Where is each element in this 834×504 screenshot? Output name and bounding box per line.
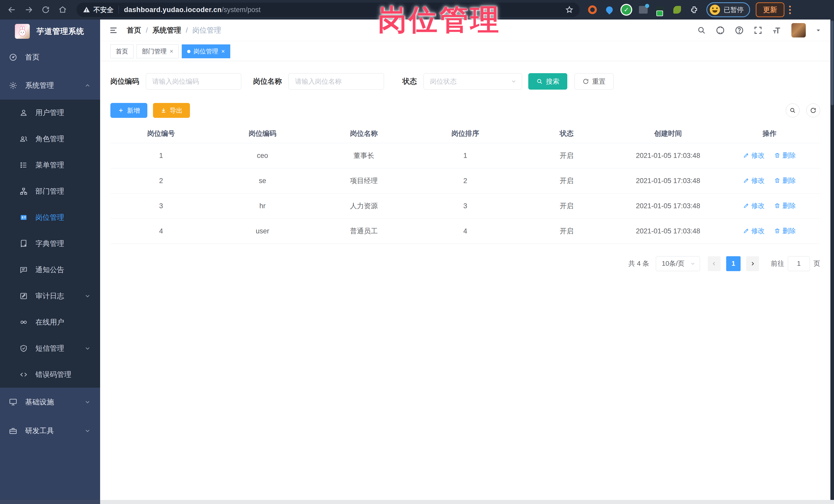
browser-menu-button[interactable] <box>789 6 791 14</box>
page-size-select[interactable]: 10条/页 <box>656 256 700 271</box>
breadcrumb-home[interactable]: 首页 <box>127 25 141 35</box>
trash-icon <box>774 202 780 209</box>
browser-home-button[interactable] <box>56 3 69 17</box>
delete-link[interactable]: 删除 <box>774 151 796 160</box>
github-link[interactable] <box>716 25 725 35</box>
browser-forward-button[interactable] <box>22 3 36 17</box>
delete-link[interactable]: 删除 <box>774 201 796 210</box>
post-code-input[interactable] <box>146 73 241 90</box>
org-tree-icon <box>20 187 28 195</box>
sidebar-item-notices[interactable]: 通知公告 <box>0 257 100 283</box>
sidebar-item-sms[interactable]: 短信管理 <box>0 335 100 361</box>
extension-button-3[interactable]: ✓ <box>621 5 632 15</box>
user-menu-button[interactable] <box>815 27 822 34</box>
cell-status: 开启 <box>516 143 617 168</box>
extension-button-1[interactable] <box>587 5 598 15</box>
extension-button-2[interactable] <box>604 5 615 15</box>
delete-label: 删除 <box>783 151 796 160</box>
sidebar-item-system[interactable]: 系统管理 <box>0 71 100 100</box>
goto-page-input[interactable] <box>788 256 810 271</box>
extension-button-4[interactable] <box>638 5 649 15</box>
profile-paused-badge[interactable]: 已暂停 <box>706 2 750 17</box>
sidebar-item-label: 角色管理 <box>36 134 64 144</box>
sidebar-item-audit-logs[interactable]: 审计日志 <box>0 283 100 309</box>
toggle-search-button[interactable] <box>786 104 799 117</box>
sidebar-item-label: 菜单管理 <box>36 160 64 170</box>
tab-departments[interactable]: 部门管理 × <box>136 44 179 58</box>
puzzle-icon <box>690 5 699 14</box>
browser-update-button[interactable]: 更新 <box>756 2 785 17</box>
cell-actions: 修改 删除 <box>719 143 820 168</box>
browser-back-button[interactable] <box>5 3 19 17</box>
breadcrumb-separator: / <box>186 26 188 35</box>
sidebar-item-online-users[interactable]: 在线用户 <box>0 309 100 335</box>
chevron-down-icon <box>84 293 91 299</box>
table-row: 1 ceo 董事长 1 开启 2021-01-05 17:03:48 修改 删除 <box>110 143 820 168</box>
status-select[interactable]: 岗位状态 <box>423 73 522 90</box>
help-button[interactable] <box>734 25 744 35</box>
hamburger-icon <box>109 26 118 35</box>
cell-post-code: user <box>212 219 313 244</box>
tab-home[interactable]: 首页 <box>110 44 133 58</box>
page-scrollbar[interactable] <box>830 20 834 504</box>
cell-post-name: 普通员工 <box>313 219 415 244</box>
font-size-button[interactable] <box>772 26 782 35</box>
collapse-sidebar-button[interactable] <box>109 26 118 35</box>
reset-button[interactable]: 重置 <box>574 73 614 90</box>
dashboard-icon <box>9 53 18 62</box>
sidebar-item-posts[interactable]: 岗位管理 <box>0 204 100 231</box>
extensions-menu-button[interactable] <box>689 5 699 15</box>
post-name-input[interactable] <box>288 73 384 90</box>
add-button[interactable]: 新增 <box>110 103 147 118</box>
sidebar-item-home[interactable]: 首页 <box>0 43 100 71</box>
sidebar-item-label: 字典管理 <box>36 239 64 248</box>
sidebar-item-menus[interactable]: 菜单管理 <box>0 152 100 178</box>
browser-reload-button[interactable] <box>39 3 52 17</box>
fullscreen-button[interactable] <box>753 26 763 35</box>
delete-link[interactable]: 删除 <box>774 226 796 236</box>
chevron-up-icon <box>84 82 91 89</box>
sidebar-item-error-codes[interactable]: 错误码管理 <box>0 361 100 388</box>
site-security[interactable]: 不安全 <box>83 5 113 14</box>
breadcrumb-system[interactable]: 系统管理 <box>152 25 181 35</box>
reset-button-label: 重置 <box>592 77 606 86</box>
extension-button-6[interactable] <box>672 5 682 15</box>
post-code-label: 岗位编码 <box>110 76 139 86</box>
dots-icon <box>789 6 791 7</box>
cell-post-sort: 1 <box>415 143 516 168</box>
edit-link[interactable]: 修改 <box>743 176 765 185</box>
scrollbar-thumb[interactable] <box>831 21 833 105</box>
edit-link[interactable]: 修改 <box>743 201 765 210</box>
user-avatar[interactable] <box>791 23 806 38</box>
sidebar-item-infrastructure[interactable]: 基础设施 <box>0 388 100 416</box>
sidebar-item-dev-tools[interactable]: 研发工具 <box>0 416 100 445</box>
bookmark-star-button[interactable] <box>565 6 573 14</box>
export-button[interactable]: 导出 <box>153 103 190 118</box>
status-select-placeholder: 岗位状态 <box>430 77 457 86</box>
page-number-current[interactable]: 1 <box>726 256 741 271</box>
sidebar-item-dicts[interactable]: 字典管理 <box>0 231 100 257</box>
close-icon[interactable]: × <box>170 48 173 55</box>
edit-link[interactable]: 修改 <box>743 226 765 236</box>
address-bar[interactable]: 不安全 dashboard.yudao.iocoder.cn /system/p… <box>76 3 579 17</box>
tab-posts[interactable]: 岗位管理 × <box>182 44 230 58</box>
delete-label: 删除 <box>783 176 796 185</box>
app-logo[interactable]: 芋道管理系统 <box>0 20 100 43</box>
refresh-table-button[interactable] <box>806 104 820 117</box>
prev-page-button[interactable] <box>708 256 721 271</box>
edit-link[interactable]: 修改 <box>743 151 765 160</box>
extension-button-5[interactable] <box>655 5 665 15</box>
next-page-button[interactable] <box>746 256 759 271</box>
sidebar-item-roles[interactable]: 角色管理 <box>0 126 100 152</box>
divider <box>118 6 119 14</box>
close-icon[interactable]: × <box>221 48 225 55</box>
header-search-button[interactable] <box>697 26 706 35</box>
sidebar-item-departments[interactable]: 部门管理 <box>0 178 100 204</box>
star-icon <box>565 6 573 14</box>
post-name-label: 岗位名称 <box>253 76 282 86</box>
delete-link[interactable]: 删除 <box>774 176 796 185</box>
sidebar-item-users[interactable]: 用户管理 <box>0 100 100 126</box>
sidebar-item-label: 在线用户 <box>36 317 64 327</box>
code-icon <box>20 371 28 379</box>
search-button[interactable]: 搜索 <box>528 73 567 90</box>
